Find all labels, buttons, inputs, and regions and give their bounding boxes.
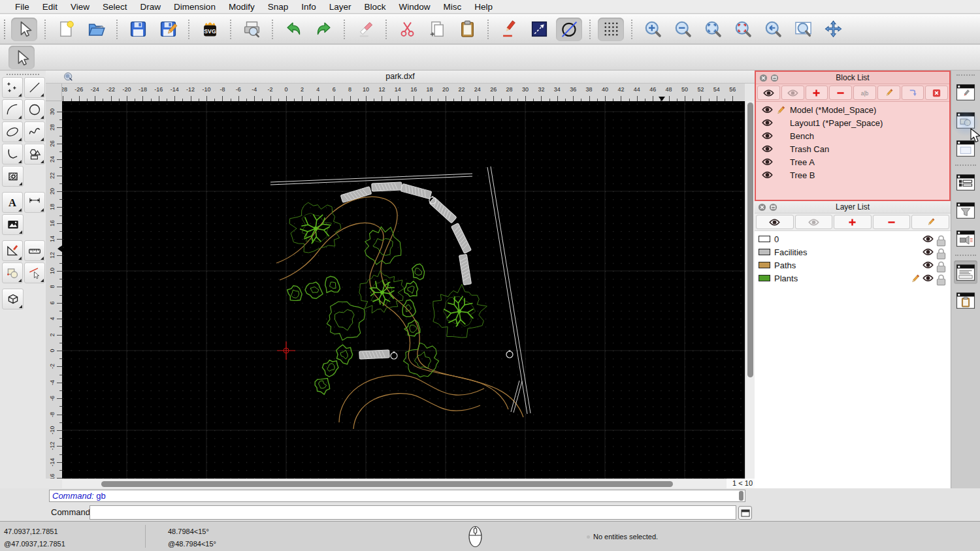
menu-edit[interactable]: Edit — [36, 2, 64, 12]
dock-pen-widget-button[interactable] — [954, 80, 977, 104]
dock-drag-handle[interactable] — [956, 74, 975, 76]
vertical-scroll-thumb[interactable] — [747, 102, 753, 377]
visibility-eye-icon[interactable] — [762, 131, 773, 141]
layer-pencil-button[interactable] — [911, 215, 949, 229]
visibility-eye-icon[interactable] — [762, 118, 773, 128]
block-row[interactable]: Model (*Model_Space) — [756, 103, 949, 116]
block-row[interactable]: Trash Can — [756, 142, 949, 155]
tool-ellipse-button[interactable] — [2, 121, 23, 142]
visibility-eye-icon[interactable] — [923, 274, 934, 283]
grid-toggle-button[interactable] — [598, 18, 624, 41]
lock-icon[interactable] — [936, 247, 947, 257]
menu-layer[interactable]: Layer — [323, 2, 358, 12]
zoom-previous-button[interactable] — [760, 18, 786, 41]
attributes-pen-button[interactable] — [496, 18, 522, 41]
export-svg-button[interactable]: SVG — [197, 18, 223, 41]
zoom-out-button[interactable] — [670, 18, 696, 41]
horizontal-scroll-thumb[interactable] — [101, 481, 673, 487]
history-scroll-thumb[interactable] — [739, 491, 743, 501]
visibility-eye-icon[interactable] — [762, 144, 773, 154]
menu-select[interactable]: Select — [96, 2, 134, 12]
visibility-eye-icon[interactable] — [923, 247, 934, 257]
tool-point-button[interactable] — [2, 77, 23, 98]
menu-window[interactable]: Window — [393, 2, 437, 12]
open-file-button[interactable] — [83, 18, 109, 41]
tool-order-button[interactable] — [2, 262, 23, 283]
menu-file[interactable]: File — [8, 2, 36, 12]
command-input[interactable] — [90, 505, 736, 520]
tool-image-button[interactable] — [2, 214, 24, 235]
tool-modify-button[interactable] — [2, 240, 23, 261]
tool-arc-button[interactable] — [2, 99, 23, 120]
tool-dim-button[interactable] — [24, 192, 45, 213]
new-document-button[interactable] — [53, 18, 79, 41]
tool-spline-button[interactable] — [24, 121, 45, 142]
undo-button[interactable] — [280, 18, 306, 41]
block-row[interactable]: Tree A — [756, 155, 949, 168]
block-insert-arrow-button[interactable] — [902, 86, 924, 100]
print-preview-button[interactable] — [238, 18, 265, 41]
close-icon[interactable] — [758, 203, 766, 212]
document-tab-bar[interactable]: park.dxf — [46, 71, 755, 84]
visibility-eye-icon[interactable] — [923, 260, 934, 270]
block-minus-button[interactable] — [829, 86, 852, 100]
close-icon[interactable] — [759, 74, 768, 82]
tool-deselect-button[interactable] — [24, 262, 45, 283]
menu-misc[interactable]: Misc — [437, 2, 468, 12]
menu-snap[interactable]: Snap — [261, 2, 295, 12]
toolbar-drag-handle[interactable] — [4, 20, 5, 39]
visibility-eye-icon[interactable] — [762, 170, 773, 180]
layer-row[interactable]: Paths — [755, 259, 951, 272]
menu-block[interactable]: Block — [358, 2, 393, 12]
float-panel-icon[interactable] — [769, 203, 777, 212]
menu-view[interactable]: View — [64, 2, 96, 12]
zoom-in-button[interactable] — [640, 18, 666, 41]
dock-list-widget-button[interactable] — [954, 170, 977, 194]
tool-line-button[interactable] — [24, 77, 45, 98]
dock-filter-widget-button[interactable] — [954, 198, 977, 222]
layer-row[interactable]: Plants — [755, 272, 951, 285]
zoom-pan-button[interactable] — [820, 18, 846, 41]
draft-mode-button[interactable] — [556, 18, 582, 41]
layer-plus-button[interactable] — [834, 215, 872, 229]
dock-command-widget-button[interactable] — [954, 260, 977, 284]
menu-help[interactable]: Help — [468, 2, 499, 12]
layer-row[interactable]: 0 — [755, 232, 951, 245]
layer-row[interactable]: Facilities — [755, 245, 951, 259]
block-row[interactable]: Tree B — [756, 168, 949, 181]
block-row[interactable]: Layout1 (*Paper_Space) — [756, 116, 949, 129]
copy-button[interactable] — [424, 18, 450, 41]
menu-modify[interactable]: Modify — [222, 2, 261, 12]
block-pencil-button[interactable] — [877, 86, 900, 100]
visibility-eye-icon[interactable] — [762, 105, 773, 115]
command-options-button[interactable] — [738, 506, 752, 520]
tool-shape-button[interactable] — [24, 144, 45, 165]
line-attributes-button[interactable] — [526, 18, 552, 41]
zoom-auto-button[interactable] — [700, 18, 726, 41]
dock-explode-widget-button[interactable] — [954, 227, 977, 250]
block-eye-button[interactable] — [757, 86, 780, 100]
layer-eye-button[interactable] — [756, 215, 794, 229]
menu-draw[interactable]: Draw — [134, 2, 168, 12]
lock-icon[interactable] — [936, 234, 947, 244]
redo-button[interactable] — [310, 18, 336, 41]
zoom-window-button[interactable] — [790, 18, 816, 41]
block-row[interactable]: Bench — [756, 129, 949, 142]
lock-icon[interactable] — [936, 260, 947, 270]
layer-eye-faded-button[interactable] — [795, 215, 833, 229]
tool-polyline-button[interactable] — [2, 144, 23, 165]
cut-button[interactable] — [394, 18, 420, 41]
drawing-canvas[interactable] — [62, 101, 745, 479]
paste-button[interactable] — [454, 18, 480, 41]
visibility-eye-icon[interactable] — [923, 234, 934, 244]
tool-measure-button[interactable] — [24, 240, 45, 261]
horizontal-scrollbar[interactable] — [62, 479, 727, 488]
menu-dimension[interactable]: Dimension — [167, 2, 222, 12]
menu-info[interactable]: Info — [295, 2, 323, 12]
lock-icon[interactable] — [936, 274, 947, 283]
vertical-scrollbar[interactable] — [745, 101, 755, 479]
block-x-box-button[interactable] — [925, 86, 948, 100]
save-as-button[interactable] — [155, 18, 181, 41]
palette-drag-handle[interactable] — [7, 74, 39, 75]
tool-hatch-button[interactable] — [2, 166, 24, 187]
